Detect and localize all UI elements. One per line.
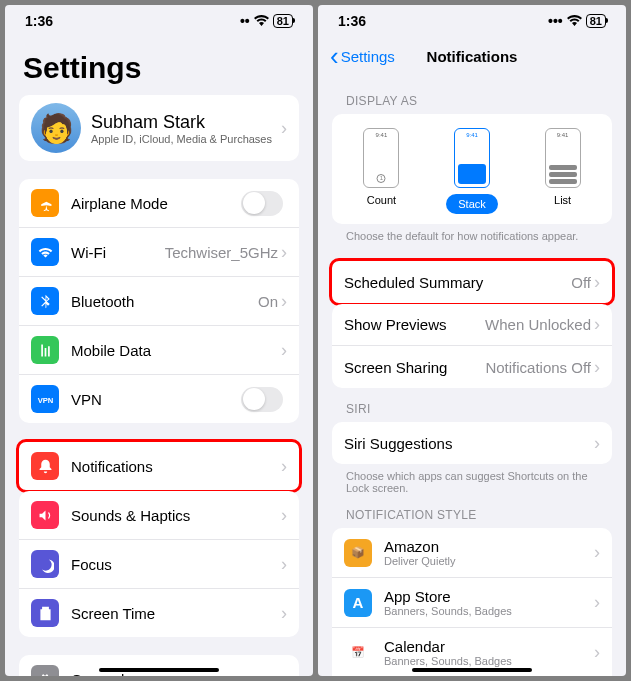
section-display-as: DISPLAY AS [318,80,626,114]
battery-icon: 81 [273,14,293,28]
chevron-right-icon: › [281,456,287,477]
settings-row-general[interactable]: General› [19,655,299,676]
cellular-icon: ••• [548,13,563,29]
settings-row-wi-fi[interactable]: Wi-FiTechwiser_5GHz› [19,228,299,277]
cellular-icon: •• [240,13,250,29]
row-icon [31,550,59,578]
row-icon [31,501,59,529]
chevron-right-icon: › [281,291,287,312]
highlight: Scheduled SummaryOff› [329,258,615,306]
app-icon: 📅 [344,639,372,667]
settings-row-focus[interactable]: Focus› [19,540,299,589]
chevron-right-icon: › [594,314,600,335]
row-icon [31,665,59,676]
preview-group: Show PreviewsWhen Unlocked›Screen Sharin… [332,304,612,388]
chevron-right-icon: › [594,433,600,454]
display-note: Choose the default for how notifications… [318,224,626,242]
chevron-right-icon: › [594,642,600,663]
toggle[interactable] [241,387,283,412]
status-time: 1:36 [338,13,366,29]
nav-title: Notifications [427,48,518,65]
chevron-right-icon: › [281,669,287,677]
chevron-right-icon: › [281,242,287,263]
section-siri: SIRI [318,388,626,422]
toggle[interactable] [241,191,283,216]
profile-name: Subham Stark [91,112,281,133]
status-time: 1:36 [25,13,53,29]
chevron-right-icon: › [594,272,600,293]
row-icon [31,599,59,627]
status-bar: 1:36 •• 81 [5,5,313,33]
row-icon [31,287,59,315]
app-icon: 📦 [344,539,372,567]
apps-group: 📦AmazonDeliver Quietly›AApp StoreBanners… [332,528,612,676]
chevron-right-icon: › [594,542,600,563]
chevron-right-icon: › [594,592,600,613]
row-screen-sharing[interactable]: Screen SharingNotifications Off› [332,346,612,388]
chevron-right-icon: › [281,603,287,624]
app-row-amazon[interactable]: 📦AmazonDeliver Quietly› [332,528,612,578]
battery-icon: 81 [586,14,606,28]
row-icon [31,238,59,266]
wifi-icon [567,13,582,29]
app-icon: A [344,589,372,617]
status-bar: 1:36 ••• 81 [318,5,626,33]
settings-row-screen-time[interactable]: Screen Time› [19,589,299,637]
page-title: Settings [5,33,313,95]
display-count[interactable]: 9:411 Count [363,128,399,214]
settings-row-mobile-data[interactable]: Mobile Data› [19,326,299,375]
display-list[interactable]: 9:41 List [545,128,581,214]
status-right: ••• 81 [548,13,606,29]
settings-row-vpn[interactable]: VPNVPN [19,375,299,423]
display-as-card: 9:411 Count 9:41 Stack 9:41 List [332,114,612,224]
chevron-right-icon: › [281,505,287,526]
profile-sub: Apple ID, iCloud, Media & Purchases [91,133,281,145]
settings-row-sounds-haptics[interactable]: Sounds & Haptics› [19,491,299,540]
status-right: •• 81 [240,13,293,29]
row-icon [31,336,59,364]
siri-note: Choose which apps can suggest Shortcuts … [318,464,626,494]
notif-group: Sounds & Haptics›Focus›Screen Time› [19,491,299,637]
row-icon [31,452,59,480]
highlight: Notifications› [16,439,302,493]
connectivity-group: Airplane ModeWi-FiTechwiser_5GHz›Bluetoo… [19,179,299,423]
settings-row-bluetooth[interactable]: BluetoothOn› [19,277,299,326]
row-show-previews[interactable]: Show PreviewsWhen Unlocked› [332,304,612,346]
siri-suggestions-row[interactable]: Siri Suggestions › [332,422,612,464]
row-icon: VPN [31,385,59,413]
wifi-icon [254,13,269,29]
chevron-right-icon: › [281,554,287,575]
row-scheduled-summary[interactable]: Scheduled SummaryOff› [332,261,612,303]
row-icon [31,189,59,217]
general-group: General›Control Centre›AADisplay & Brigh… [19,655,299,676]
settings-row-notifications[interactable]: Notifications› [19,442,299,490]
chevron-right-icon: › [281,118,287,139]
back-button[interactable]: Settings [330,41,395,72]
avatar: 🧑 [31,103,81,153]
siri-group: Siri Suggestions › [332,422,612,464]
display-stack[interactable]: 9:41 Stack [446,128,498,214]
chevron-right-icon: › [281,340,287,361]
nav-bar: Settings Notifications [318,33,626,80]
svg-text:VPN: VPN [37,395,53,404]
app-row-app-store[interactable]: AApp StoreBanners, Sounds, Badges› [332,578,612,628]
home-indicator[interactable] [99,668,219,672]
section-notification-style: NOTIFICATION STYLE [318,494,626,528]
home-indicator[interactable] [412,668,532,672]
chevron-right-icon: › [594,357,600,378]
settings-row-airplane-mode[interactable]: Airplane Mode [19,179,299,228]
notifications-screen: 1:36 ••• 81 Settings Notifications DISPL… [318,5,626,676]
profile-card[interactable]: 🧑 Subham Stark Apple ID, iCloud, Media &… [19,95,299,161]
settings-screen: 1:36 •• 81 Settings 🧑 Subham Stark Apple… [5,5,313,676]
